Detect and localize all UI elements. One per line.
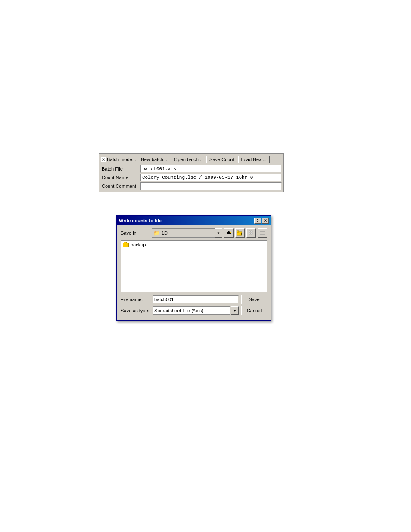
dialog-title: Write counts to file xyxy=(119,218,162,223)
section-divider xyxy=(17,94,394,94)
svg-rect-8 xyxy=(249,233,250,234)
batch-file-input[interactable] xyxy=(140,165,282,173)
file-name-input[interactable] xyxy=(153,295,239,304)
save-in-label: Save in: xyxy=(121,230,150,236)
file-list-area[interactable]: backup xyxy=(121,240,267,292)
svg-rect-9 xyxy=(251,233,252,234)
save-as-type-row: Save as type: Spreadsheet File (*.xls) S… xyxy=(121,306,267,315)
batch-mode-checkbox-label[interactable]: X Batch mode... xyxy=(101,157,136,162)
batch-mode-label: Batch mode... xyxy=(107,157,136,162)
toolbar-up-button[interactable] xyxy=(224,228,234,238)
svg-rect-7 xyxy=(251,231,252,232)
svg-rect-0 xyxy=(227,233,231,234)
count-name-input[interactable] xyxy=(140,174,282,181)
list-item[interactable]: backup xyxy=(122,242,266,248)
save-as-type-arrow[interactable]: ▼ xyxy=(231,306,239,315)
batch-mode-checkbox[interactable]: X xyxy=(101,157,106,162)
svg-rect-4 xyxy=(237,231,239,232)
batch-mode-panel: X Batch mode... New batch... Open batch.… xyxy=(99,153,284,192)
save-in-row: Save in: 📁 1D 1D ▼ + xyxy=(121,228,267,238)
dialog-close-button[interactable]: X xyxy=(262,218,269,224)
open-batch-button[interactable]: Open batch... xyxy=(171,156,206,163)
dialog-titlebar: Write counts to file ? X xyxy=(117,216,271,225)
save-in-dropdown-arrow[interactable]: ▼ xyxy=(215,228,222,238)
batch-form: Batch File Count Name Count Comment xyxy=(101,165,282,190)
count-name-label: Count Name xyxy=(101,174,140,181)
dialog-cancel-button[interactable]: Cancel xyxy=(241,306,267,315)
toolbar-new-folder-button[interactable]: + xyxy=(235,228,245,238)
toolbar-list-view-button[interactable] xyxy=(246,228,256,238)
folder-icon xyxy=(123,243,129,247)
batch-file-label: Batch File xyxy=(101,165,140,173)
batch-toolbar: X Batch mode... New batch... Open batch.… xyxy=(101,156,282,163)
svg-text:+: + xyxy=(240,232,243,236)
file-name-row: File name: Save xyxy=(121,295,267,304)
file-name-label: File name: xyxy=(121,297,150,302)
save-as-type-label: Save as type: xyxy=(121,308,150,313)
write-counts-dialog: Write counts to file ? X Save in: 📁 1D xyxy=(116,215,271,321)
svg-rect-6 xyxy=(249,231,250,232)
save-count-button[interactable]: Save Count xyxy=(206,156,237,163)
checkbox-check-mark: X xyxy=(102,157,105,162)
save-as-type-wrapper: Spreadsheet File (*.xls) Spreadsheet Fil… xyxy=(153,306,239,315)
toolbar-detail-view-button[interactable] xyxy=(258,228,267,238)
save-in-select-wrapper: 📁 1D 1D ▼ xyxy=(152,228,222,238)
file-item-name: backup xyxy=(131,242,146,247)
count-comment-label: Count Comment xyxy=(101,182,140,190)
count-comment-input[interactable] xyxy=(140,182,282,190)
dialog-body: Save in: 📁 1D 1D ▼ + xyxy=(117,225,271,320)
dialog-window: Write counts to file ? X Save in: 📁 1D xyxy=(116,215,271,321)
dialog-help-button[interactable]: ? xyxy=(254,218,261,224)
dialog-save-button[interactable]: Save xyxy=(241,295,267,304)
load-next-button[interactable]: Load Next... xyxy=(238,156,270,163)
new-batch-button[interactable]: New batch... xyxy=(138,156,170,163)
dialog-title-buttons: ? X xyxy=(254,218,269,224)
